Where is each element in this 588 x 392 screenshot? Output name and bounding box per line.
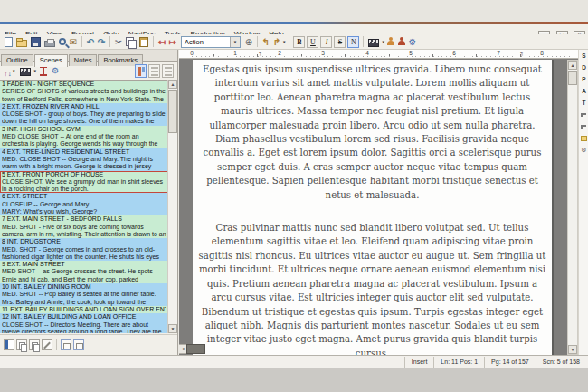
scene-list-item[interactable]: 12 INT. BAILEY BUILDING AND LOAN OFFICE …	[0, 313, 168, 333]
tab-scenes[interactable]: Scenes	[34, 54, 68, 67]
chevron-down-icon[interactable]: ▼	[381, 40, 384, 44]
next-panel-icon[interactable]	[73, 339, 84, 350]
chevron-down-icon[interactable]: ▼	[230, 37, 240, 47]
chevron-down-icon[interactable]: ▼	[33, 69, 36, 73]
document-scrollbar[interactable]: ▲ ▼	[567, 60, 578, 355]
email-icon[interactable]: ✉	[68, 36, 79, 48]
search-icon[interactable]	[59, 38, 66, 45]
scene-heading[interactable]: 9 EXT. MAIN STREET	[2, 261, 166, 268]
note-element-icon[interactable]	[581, 136, 587, 141]
cheat-right-icon[interactable]: ↦	[167, 36, 178, 48]
settings-gear-icon[interactable]: ⚙	[407, 36, 418, 48]
scene-list-item[interactable]: 3 INT. HIGH SCHOOL GYM MED CLOSE SHOT --…	[0, 126, 168, 148]
scroll-down-icon[interactable]: ▼	[168, 324, 177, 333]
new-note-icon[interactable]	[16, 339, 27, 350]
scene-list-item[interactable]: 2 EXT. FROZEN RIVER AND HILL CLOSE SHOT …	[0, 103, 168, 126]
copy-icon[interactable]	[126, 37, 136, 47]
action-element-button[interactable]: A	[580, 88, 588, 94]
scene-slate-icon[interactable]	[20, 68, 31, 76]
scene-list: 1 FADE IN - NIGHT SEQUENCE SERIES OF SHO…	[0, 80, 168, 333]
scene-heading[interactable]: 12 INT. BAILEY BUILDING AND LOAN OFFICE	[2, 313, 166, 320]
element-options-gear-icon[interactable]: ⚙	[579, 147, 588, 154]
sort-scenes-icon[interactable]: ↑↓	[4, 63, 12, 80]
scene-heading[interactable]: 6 EXT. STREET	[2, 193, 166, 200]
panel-view-text-icon[interactable]	[148, 64, 160, 78]
script-page[interactable]: Egestas quis ipsum suspendisse ultrices …	[193, 60, 552, 355]
horizontal-scrollbar-thumb[interactable]	[186, 344, 205, 354]
undo-icon[interactable]: ↶	[85, 36, 96, 48]
action-paragraph[interactable]: Egestas quis ipsum suspendisse ultrices …	[197, 62, 548, 202]
character-icon[interactable]	[387, 37, 394, 46]
scene-list-scrollbar[interactable]: ▲ ▼	[167, 80, 177, 333]
scene-heading[interactable]: 1 FADE IN - NIGHT SEQUENCE	[2, 81, 166, 88]
scroll-up-icon[interactable]: ▲	[168, 80, 177, 89]
scene-list-item[interactable]: 1 FADE IN - NIGHT SEQUENCE SERIES OF SHO…	[0, 81, 168, 103]
strikethrough-button[interactable]: S	[334, 36, 346, 48]
scene-heading[interactable]: 4 EXT. TREE-LINED RESIDENTIAL STREET	[2, 148, 166, 156]
scrollbar-thumb[interactable]	[568, 71, 577, 85]
transition-element-button[interactable]: T	[580, 100, 588, 106]
ruler-number: 7	[494, 50, 503, 56]
scene-description: CLOSE SHOT. We see a grumpy old man in s…	[2, 178, 166, 194]
scene-heading-element-button[interactable]: S	[580, 53, 588, 59]
toggle-navidoc-panel-icon[interactable]	[4, 339, 14, 350]
scene-list-item[interactable]: 6 EXT. STREET CLOSEUP -- George and Mary…	[0, 193, 168, 215]
cut-icon[interactable]: ✂	[113, 36, 124, 48]
chevron-down-icon[interactable]: ▼	[12, 69, 15, 73]
scene-heading[interactable]: 2 EXT. FROZEN RIVER AND HILL	[2, 103, 166, 110]
scene-list-item[interactable]: 11 EXT. BAILEY BUILDINGS AND LOAN SIGN O…	[0, 306, 168, 313]
scene-heading[interactable]: 8 INT. DRUGSTORE	[2, 238, 166, 245]
element-style-dropdown[interactable]: Action ▼	[181, 36, 241, 48]
shot-element-icon[interactable]	[581, 113, 586, 117]
margin-marker-icon[interactable]: ¶	[520, 51, 523, 56]
parenthetical-element-button[interactable]: P	[580, 76, 588, 82]
act-break-element-icon[interactable]	[581, 125, 586, 129]
bold-button[interactable]: B	[293, 36, 305, 48]
expand-collapse-icon[interactable]	[40, 66, 47, 76]
action-paragraph[interactable]: Cras pulvinar mattis nunc sed blandit li…	[197, 221, 548, 355]
italic-button[interactable]: I	[320, 36, 332, 48]
character-add-icon[interactable]	[398, 37, 405, 46]
scene-heading[interactable]: 7 EXT. MAIN STREET - BEDFORD FALLS	[2, 215, 166, 223]
underline-button[interactable]: U	[307, 36, 318, 48]
scene-list-item[interactable]: 8 INT. DRUGSTORE MED. SHOT - George come…	[0, 238, 168, 261]
jump-next-icon[interactable]: ↱	[271, 36, 282, 48]
panel-view-color-icon[interactable]	[135, 64, 147, 78]
scene-heading[interactable]: 10 INT. BAILEY DINING ROOM	[2, 283, 166, 291]
chevron-down-icon[interactable]: ▼	[282, 40, 286, 44]
redo-icon[interactable]: ↷	[96, 36, 107, 48]
open-file-icon[interactable]	[16, 40, 27, 47]
jump-previous-icon[interactable]: ↰	[261, 36, 271, 48]
normal-style-button[interactable]: N	[347, 36, 359, 48]
print-icon[interactable]	[44, 41, 55, 47]
insert-element-icon[interactable]: ⊕	[243, 36, 254, 48]
dialogue-element-button[interactable]: D	[580, 64, 588, 71]
pointer-tool-icon[interactable]	[42, 339, 52, 350]
scene-description: MED. SHOT -- Pop Bailey is seated at the…	[2, 291, 166, 306]
cheat-left-icon[interactable]: ↤	[156, 36, 167, 48]
save-icon[interactable]	[31, 37, 41, 47]
scene-list-item[interactable]: 4 EXT. TREE-LINED RESIDENTIAL STREET MED…	[0, 148, 168, 171]
scene-list-item[interactable]: 10 INT. BAILEY DINING ROOM MED. SHOT -- …	[0, 283, 168, 306]
scroll-up-icon[interactable]: ▲	[568, 61, 577, 70]
scene-list-item[interactable]: 9 EXT. MAIN STREET MED SHOT -- as George…	[0, 261, 168, 283]
scene-heading[interactable]: 3 INT. HIGH SCHOOL GYM	[2, 126, 166, 133]
paste-icon[interactable]	[139, 37, 148, 47]
navidoc-toolbar: ↑↓▼ ▼ ⚙	[0, 62, 177, 80]
scroll-down-icon[interactable]: ▼	[568, 345, 577, 354]
previous-panel-icon[interactable]	[61, 339, 71, 350]
panel-view-outline-icon[interactable]	[162, 64, 174, 78]
scene-heading[interactable]: 5 EXT. FRONT PORCH OF HOUSE	[2, 171, 166, 178]
ruler-number: 3	[318, 50, 327, 56]
scene-list-item-selected[interactable]: 5 EXT. FRONT PORCH OF HOUSE CLOSE SHOT. …	[0, 171, 168, 194]
scene-slate-icon[interactable]	[368, 39, 379, 47]
scene-heading[interactable]: 11 EXT. BAILEY BUILDINGS AND LOAN SIGN O…	[2, 306, 166, 313]
main-toolbar: ✉ ↶ ↷ ✂ ↤ ↦ Action ▼ ⊕ ↰ ↱▼ B U I S N ▼ …	[0, 34, 588, 50]
margin-marker-icon[interactable]: ¶	[259, 51, 261, 56]
duplicate-icon[interactable]	[29, 339, 40, 350]
new-document-icon[interactable]	[5, 37, 13, 47]
scrollbar-thumb[interactable]	[168, 90, 177, 133]
scene-list-item[interactable]: 7 EXT. MAIN STREET - BEDFORD FALLS MED. …	[0, 215, 168, 238]
navidoc-footer-toolbar	[0, 334, 177, 355]
scene-description: SERIES OF SHOTS of various streets and b…	[2, 88, 166, 103]
